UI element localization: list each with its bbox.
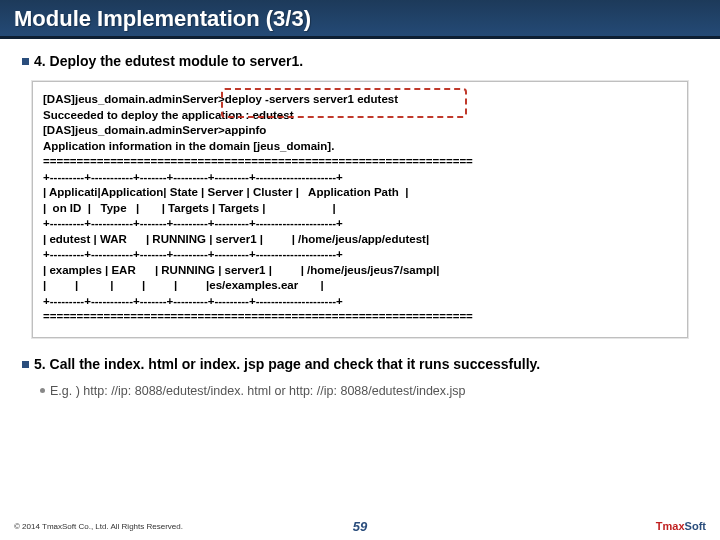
title-bar: Module Implementation (3/3) — [0, 0, 720, 39]
step-5-sub: E.g. ) http: //ip: 8088/edutest/index. h… — [40, 384, 698, 398]
content-area: 4. Deploy the edutest module to server1.… — [0, 39, 720, 398]
step4-text: 4. Deploy the edutest module to server1. — [34, 53, 303, 69]
copyright: © 2014 TmaxSoft Co., Ltd. All Rights Res… — [14, 522, 183, 531]
bullet-dot-icon — [40, 388, 45, 393]
step5-sub-text: E.g. ) http: //ip: 8088/edutest/index. h… — [50, 384, 466, 398]
footer: © 2014 TmaxSoft Co., Ltd. All Rights Res… — [0, 520, 720, 532]
step5-text: 5. Call the index. html or index. jsp pa… — [34, 356, 540, 372]
logo: TmaxSoft — [656, 520, 706, 532]
slide-title: Module Implementation (3/3) — [14, 6, 311, 31]
console-output: [DAS]jeus_domain.adminServer>deploy -ser… — [32, 81, 688, 338]
logo-soft: Soft — [685, 520, 706, 532]
page-number: 59 — [353, 519, 367, 534]
bullet-square-icon — [22, 361, 29, 368]
slide: Module Implementation (3/3) 4. Deploy th… — [0, 0, 720, 540]
step-4-heading: 4. Deploy the edutest module to server1. — [22, 53, 698, 69]
bullet-square-icon — [22, 58, 29, 65]
console-text: [DAS]jeus_domain.adminServer>deploy -ser… — [43, 93, 473, 322]
step-5-heading: 5. Call the index. html or index. jsp pa… — [22, 356, 698, 372]
logo-tmax: Tmax — [656, 520, 685, 532]
